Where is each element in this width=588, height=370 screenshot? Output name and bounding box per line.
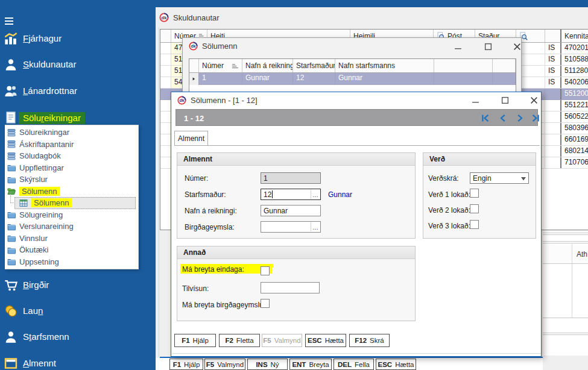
folder-icon — [7, 246, 16, 254]
minimize-icon[interactable] — [453, 42, 463, 51]
verd1-lokad-checkbox[interactable] — [470, 189, 479, 198]
close-icon[interactable] — [529, 95, 539, 105]
person-icon — [4, 330, 17, 343]
main-window-titlebar: dk Skuldunautar — [159, 11, 220, 24]
sidebar-item-starfsmenn[interactable]: Starfsmenn — [0, 330, 156, 344]
record-range-label: 1 - 12 — [184, 114, 204, 123]
nafn-a-reikningi-field[interactable]: Gunnar — [261, 205, 321, 216]
column-header[interactable] — [493, 59, 516, 72]
nav-previous-icon[interactable] — [498, 113, 508, 123]
hamburger-menu-icon[interactable] — [3, 16, 15, 26]
table-cell: 551200-21 — [561, 89, 588, 99]
column-header-nafnreikningi[interactable]: Nafn á reikningi — [242, 59, 293, 72]
maximize-icon[interactable] — [483, 42, 493, 51]
table-cell — [160, 146, 171, 157]
maximize-icon[interactable] — [500, 95, 510, 105]
cart-icon — [4, 278, 17, 292]
esc-h-tta-button[interactable]: ESCHætta — [376, 359, 416, 370]
sidebar-item-fjrhagur[interactable]: Fjárhagur — [0, 31, 156, 46]
f2-fletta-button[interactable]: F2Fletta — [219, 334, 260, 347]
verdskra-dropdown[interactable]: Engin — [470, 172, 529, 184]
f1-hj-lp-button[interactable]: F1Hjálp — [169, 359, 203, 370]
starfsmadur-label: Starfsmaður: — [185, 190, 226, 199]
dk-logo-icon: dk — [177, 96, 186, 105]
ma-breyta-birgdageymslu-label: Má breyta birgðageymslu: — [182, 301, 265, 309]
f1-hj-lp-button[interactable]: F1Hjálp — [174, 334, 216, 347]
sidebar-item-almennt[interactable]: Almennt — [0, 356, 156, 370]
salesmen-table[interactable]: NúmerNafn á reikningiStarfsmaðurNafn sta… — [189, 58, 516, 93]
browse-dialog-titlebar[interactable]: dk Sölumenn — [183, 38, 521, 54]
submenu-item-slumenn[interactable]: Sölumenn — [5, 197, 138, 209]
nav-next-icon[interactable] — [515, 113, 525, 123]
nafn-a-reikningi-label: Nafn á reikningi: — [185, 207, 237, 215]
del-fella-button[interactable]: DELFella — [334, 359, 374, 370]
submenu-item-slugreining[interactable]: Sölugreining — [5, 209, 138, 221]
submenu-item-slureikningar[interactable]: Sölureikningar — [5, 127, 138, 139]
table-cell: IS — [545, 54, 561, 65]
sidebar: FjárhagurSkuldunautarLánardrottnarSölure… — [0, 0, 156, 370]
submenu-item-sludagbk[interactable]: Söludagbók — [5, 150, 138, 162]
sidebar-item-skuldunautar[interactable]: Skuldunautar — [0, 57, 156, 72]
column-header-nmer[interactable]: Númer — [199, 59, 242, 72]
tab-almennt[interactable]: Almennt — [174, 131, 208, 145]
starfsmadur-field[interactable]: 12 ... — [261, 189, 321, 200]
sidebar-item-laun[interactable]: Laun — [0, 304, 156, 318]
submenu-item-uppflettingar[interactable]: Uppflettingar — [5, 162, 138, 174]
f5-valmynd-button[interactable]: F5Valmynd — [204, 359, 245, 370]
ent-breyta-button[interactable]: ENTBreyta — [289, 359, 332, 370]
submenu-item-slumenn[interactable]: Sölumenn — [5, 186, 138, 198]
table-cell — [160, 54, 171, 65]
verd3-lokad-label: Verð 3 lokað: — [428, 222, 470, 230]
submenu-item-label: Áskriftapantanir — [19, 140, 74, 149]
submenu-item-label: Ökutæki — [19, 245, 48, 254]
sidebar-item-lnardrottnar[interactable]: Lánardrottnar — [0, 84, 156, 98]
minimize-icon[interactable] — [470, 95, 480, 105]
birgdageymsla-field[interactable]: ... — [261, 221, 321, 233]
table-cell: 511280-04 — [561, 66, 588, 77]
submenu-item-label: Uppsetning — [19, 257, 59, 266]
submenu-item-skriftapantanir[interactable]: Áskriftapantanir — [5, 139, 138, 151]
nav-first-icon[interactable] — [481, 113, 490, 123]
column-header-starfsmaur[interactable]: Starfsmaður — [293, 59, 335, 72]
table-cell: Gunnar — [242, 73, 293, 85]
column-header-nafnstarfsmanns[interactable]: Nafn starfsmanns — [335, 59, 434, 72]
sidebar-item-label: Laun — [23, 306, 43, 316]
selected-salesman-row[interactable]: 1Gunnar12Gunnar — [189, 73, 516, 85]
f12-skr-button[interactable]: F12Skrá — [349, 334, 390, 347]
list-icon — [7, 128, 16, 137]
column-header[interactable] — [545, 30, 561, 42]
starfsmadur-lookup-button[interactable]: ... — [311, 190, 320, 199]
folder-icon — [7, 234, 16, 242]
column-header[interactable] — [189, 59, 199, 72]
ins-n-button[interactable]: INSNý — [247, 359, 288, 370]
tilvisun-field[interactable] — [261, 282, 320, 293]
table-cell — [160, 77, 171, 88]
sidebar-item-label: Lánardrottnar — [23, 86, 77, 96]
column-header[interactable] — [434, 59, 493, 72]
table-cell — [545, 157, 561, 168]
ma-breyta-birgdageymslu-checkbox[interactable] — [261, 299, 270, 308]
table-cell — [160, 157, 171, 168]
birgdageymsla-lookup-button[interactable]: ... — [311, 222, 320, 231]
edit-dialog-titlebar[interactable]: dk Sölumenn - [1 - 12] — [171, 92, 541, 108]
sidebar-item-slureikningar[interactable]: Sölureikningar — [0, 110, 156, 125]
submenu-item-verslunareining[interactable]: Verslunareining — [5, 221, 138, 233]
verd2-lokad-checkbox[interactable] — [470, 204, 479, 213]
submenu-item-label: Sölumenn — [31, 198, 72, 207]
verd3-lokad-checkbox[interactable] — [470, 220, 479, 229]
ma-breyta-eindaga-checkbox[interactable] — [261, 266, 270, 275]
column-header[interactable] — [160, 30, 171, 42]
table-cell: IS — [545, 77, 561, 88]
main-bottom-toolbar: F1HjálpF5ValmyndINSNýENTBreytaDELFellaES… — [156, 358, 543, 370]
column-header-kennitala[interactable]: Kennitala — [561, 30, 588, 42]
numer-field[interactable]: 1 — [261, 172, 321, 184]
nav-last-icon[interactable] — [531, 113, 540, 123]
esc-h-tta-button[interactable]: ESCHætta — [305, 334, 346, 347]
close-icon[interactable] — [512, 42, 522, 51]
submenu-item-skrslur[interactable]: Skýrslur — [5, 174, 138, 186]
sidebar-item-birgir[interactable]: Birgðir — [0, 278, 156, 292]
submenu-item-kutki[interactable]: Ökutæki — [5, 244, 138, 256]
submenu-item-uppsetning[interactable]: Uppsetning — [5, 256, 138, 268]
submenu-item-vinnslur[interactable]: Vinnslur — [5, 233, 138, 245]
table-cell — [434, 73, 493, 85]
